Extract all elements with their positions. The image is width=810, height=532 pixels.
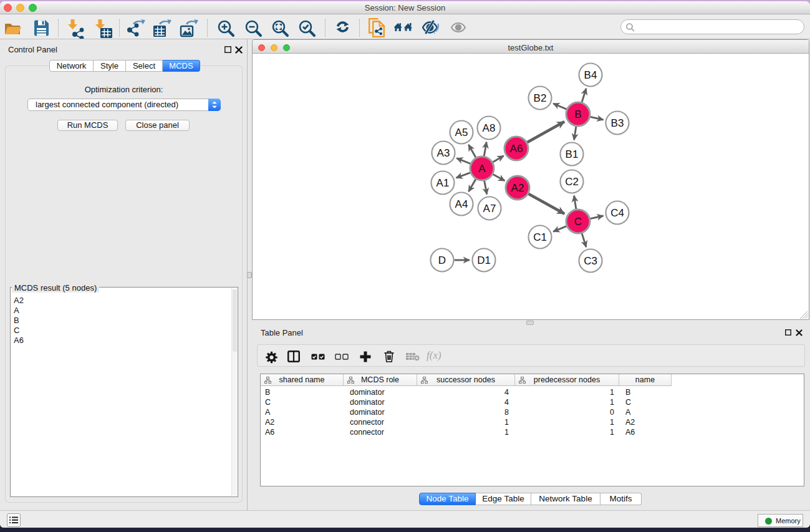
svg-text:C3: C3 <box>584 255 597 267</box>
svg-text:D1: D1 <box>477 254 491 266</box>
svg-text:B3: B3 <box>611 117 624 129</box>
svg-text:B: B <box>574 109 581 120</box>
svg-text:B2: B2 <box>534 92 547 104</box>
svg-text:A5: A5 <box>455 127 468 138</box>
svg-text:B1: B1 <box>566 148 579 160</box>
svg-text:A8: A8 <box>483 122 496 134</box>
svg-text:A: A <box>478 163 486 175</box>
svg-text:C2: C2 <box>565 176 579 188</box>
svg-text:A4: A4 <box>455 198 468 210</box>
svg-text:C: C <box>574 216 582 228</box>
svg-text:A3: A3 <box>437 147 450 159</box>
svg-text:A2: A2 <box>511 182 524 194</box>
svg-text:A6: A6 <box>510 143 523 155</box>
svg-text:B4: B4 <box>584 69 597 81</box>
svg-text:A7: A7 <box>483 203 496 215</box>
svg-text:C4: C4 <box>610 207 624 219</box>
svg-text:D: D <box>438 254 446 266</box>
svg-text:C1: C1 <box>533 231 547 243</box>
svg-text:A1: A1 <box>436 177 450 189</box>
